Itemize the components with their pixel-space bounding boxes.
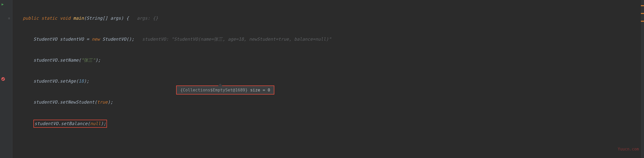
- breakpoint-icon[interactable]: [1, 76, 6, 82]
- marker-icon[interactable]: [641, 13, 644, 14]
- code-line[interactable]: studentVO.setAge(18);: [12, 78, 641, 85]
- keyword: new: [92, 37, 100, 42]
- method-call: setNewStudent: [60, 99, 94, 105]
- method-call: setBalance: [61, 121, 87, 126]
- keyword: static: [41, 16, 57, 21]
- keyword: true: [97, 99, 108, 105]
- debug-hint: args: {}: [137, 16, 158, 21]
- keyword: public: [23, 16, 39, 21]
- fold-icon[interactable]: ⊟: [8, 15, 10, 22]
- string-literal: "张三": [81, 58, 95, 63]
- code-line[interactable]: StudentVO studentVO = new StudentVO(); s…: [12, 36, 641, 43]
- editor-gutter[interactable]: ▶: [0, 0, 12, 158]
- variable: studentVO: [33, 99, 57, 105]
- debug-tooltip[interactable]: {Collections$EmptySet@1689} size = 0: [176, 85, 274, 95]
- debug-hint: studentVO: "StudentVO(name=张三, age=18, n…: [142, 37, 331, 42]
- variable: studentVO: [34, 121, 58, 126]
- right-gutter[interactable]: [641, 0, 644, 158]
- parameter: args: [110, 16, 121, 21]
- code-line[interactable]: studentVO.setName("张三");: [12, 57, 641, 64]
- keyword: void: [60, 16, 70, 21]
- svg-point-0: [1, 77, 5, 81]
- type: StudentVO: [102, 37, 126, 42]
- type: String[]: [87, 16, 108, 21]
- variable: studentVO: [33, 58, 57, 63]
- watermark: Yuucn.com: [618, 147, 639, 152]
- code-line[interactable]: ⊟public static void main(String[] args) …: [12, 15, 641, 22]
- number-literal: 18: [78, 78, 84, 84]
- highlighted-box: studentVO.setBalance(null);: [33, 120, 107, 128]
- marker-icon[interactable]: [641, 21, 644, 22]
- keyword: null: [90, 121, 101, 126]
- code-editor[interactable]: ⊟public static void main(String[] args) …: [12, 0, 641, 158]
- type: StudentVO: [33, 37, 57, 42]
- method-name: main: [73, 16, 84, 21]
- tooltip-size: size = 0: [248, 88, 270, 92]
- variable: studentVO: [60, 37, 84, 42]
- variable: studentVO: [33, 78, 57, 84]
- code-line[interactable]: studentVO.setBalance(null);: [12, 120, 641, 127]
- tooltip-value: {Collections$EmptySet@1689}: [180, 88, 248, 92]
- method-call: setAge: [60, 78, 76, 84]
- code-line[interactable]: studentVO.setNewStudent(true);: [12, 99, 641, 106]
- method-call: setName: [60, 58, 78, 63]
- marker-icon[interactable]: [641, 5, 644, 6]
- tooltip-arrow-icon: [218, 83, 222, 86]
- run-icon[interactable]: ▶: [2, 2, 4, 6]
- code-line[interactable]: [12, 141, 641, 148]
